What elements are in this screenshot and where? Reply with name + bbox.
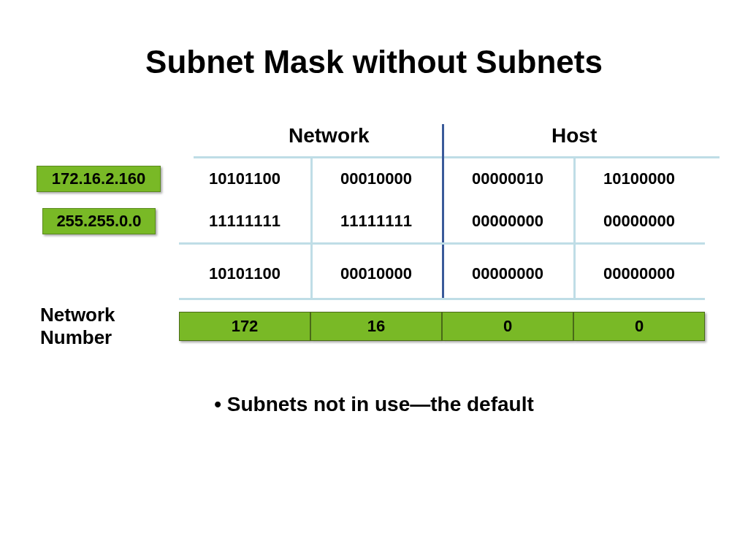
slide-title: Subnet Mask without Subnets bbox=[22, 44, 726, 80]
header-underline bbox=[194, 156, 720, 158]
nn-octet-4: 0 bbox=[573, 312, 705, 341]
hline-mid bbox=[179, 242, 705, 245]
mask-octet-2: 11111111 bbox=[310, 212, 442, 231]
network-number-label: Network Number bbox=[37, 304, 179, 349]
mask-octet-4: 00000000 bbox=[573, 212, 705, 231]
mask-chip: 255.255.0.0 bbox=[42, 208, 156, 234]
nn-octet-2: 16 bbox=[310, 312, 442, 341]
ip-octet-4: 10100000 bbox=[573, 169, 705, 188]
result-octet-4: 00000000 bbox=[573, 264, 705, 283]
nn-octet-1: 172 bbox=[179, 312, 310, 341]
header-row: Network Host bbox=[194, 124, 720, 158]
slide: Subnet Mask without Subnets Network Host… bbox=[0, 0, 748, 560]
result-octet-3: 00000000 bbox=[442, 264, 573, 283]
mask-octet-1: 11111111 bbox=[179, 212, 310, 231]
diagram-grid: Network Host 172.16.2.160 10101100 00010… bbox=[37, 124, 723, 349]
nn-octet-3: 0 bbox=[442, 312, 573, 341]
ip-octet-2: 00010000 bbox=[310, 169, 442, 188]
vline-1 bbox=[310, 158, 313, 298]
result-octet-1: 10101100 bbox=[179, 264, 310, 283]
vline-3 bbox=[573, 158, 576, 298]
hline-bottom bbox=[179, 298, 705, 300]
row-mask: 255.255.0.0 11111111 11111111 00000000 0… bbox=[37, 200, 723, 242]
ip-octet-1: 10101100 bbox=[179, 169, 310, 188]
header-network: Network bbox=[289, 124, 369, 147]
ip-chip: 172.16.2.160 bbox=[37, 166, 161, 192]
bullet-text: Subnets not in use—the default bbox=[22, 393, 726, 416]
mask-octet-3: 00000000 bbox=[442, 212, 573, 231]
header-host: Host bbox=[552, 124, 597, 147]
result-octet-2: 00010000 bbox=[310, 264, 442, 283]
row-result-bin: 10101100 00010000 00000000 00000000 bbox=[37, 253, 723, 295]
vline-center bbox=[442, 124, 444, 298]
row-network-number: Network Number 172 16 0 0 bbox=[37, 304, 723, 349]
row-ip: 172.16.2.160 10101100 00010000 00000010 … bbox=[37, 158, 723, 200]
ip-octet-3: 00000010 bbox=[442, 169, 573, 188]
